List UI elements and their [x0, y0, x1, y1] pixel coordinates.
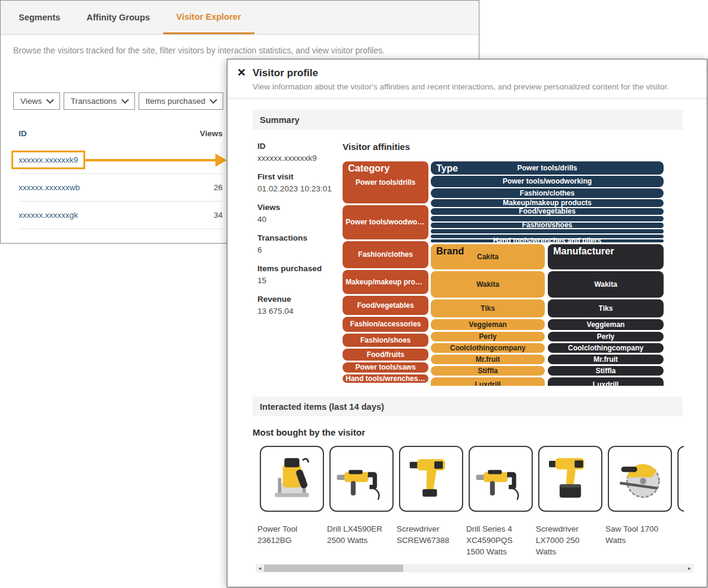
- dialog-header: ✕ Visitor profile View information about…: [227, 59, 707, 99]
- field-label: Items purchased: [257, 264, 343, 273]
- affinity-charts: CategoryPower tools/drillsPower tools/wo…: [343, 161, 664, 386]
- table-row[interactable]: xxxxxx.xxxxxxgk 34: [19, 202, 223, 229]
- close-icon[interactable]: ✕: [237, 67, 246, 78]
- bar-label: Power tools/drills: [517, 164, 577, 172]
- type-bar: Hand tools/wrenches and pliers: [431, 239, 664, 242]
- manufacturer-bar: Coolclothingcompany: [548, 343, 664, 353]
- table-header: ID Views: [19, 127, 223, 146]
- horizontal-scrollbar[interactable]: ◂ ▸: [256, 564, 694, 572]
- bar-label: Fashion/accessories: [350, 320, 421, 328]
- column-header-id: ID: [19, 129, 187, 138]
- manufacturer-bar: Perly: [548, 332, 664, 341]
- product-cards-viewport: [260, 446, 684, 512]
- type-affinity-chart: TypePower tools/drillsPower tools/woodwo…: [431, 161, 664, 242]
- manufacturer-bar: Mr.fruit: [548, 355, 664, 364]
- category-bar: Fashion/shoes: [343, 334, 428, 347]
- product-card[interactable]: [260, 446, 324, 512]
- bar-label: Tiks: [481, 305, 495, 313]
- hammer-drill-image: [335, 451, 388, 507]
- brand-bar: BrandCakita: [431, 244, 545, 269]
- type-bar: Fashion/clothes: [431, 188, 664, 198]
- hammer-drill-image: [474, 451, 527, 507]
- category-bar: Food/fruits: [343, 349, 428, 361]
- scrollbar-track[interactable]: [264, 564, 685, 572]
- brand-bar: Mr.fruit: [431, 355, 545, 364]
- field-label: Transactions: [257, 233, 343, 242]
- bar-label: Fashion/clothes: [358, 251, 413, 259]
- scroll-right-icon[interactable]: ▸: [685, 564, 694, 572]
- field-id: ID xxxxxx.xxxxxxk9: [257, 142, 343, 163]
- bar-label: Luxdrill: [475, 381, 500, 386]
- bar-label: Coolclothingcompany: [450, 344, 526, 352]
- table-row[interactable]: xxxxxx.xxxxxxk9 40: [19, 146, 223, 174]
- bar-label: Perly: [479, 333, 496, 341]
- type-bar: Food/vegetables: [431, 208, 664, 215]
- column-header-views: Views: [187, 129, 223, 138]
- filter-views[interactable]: Views: [13, 92, 60, 110]
- product-card[interactable]: [469, 446, 533, 512]
- scroll-left-icon[interactable]: ◂: [256, 564, 264, 572]
- bar-label: Fashion/shoes: [522, 221, 572, 229]
- bar-label: Makeup/makeup products: [503, 199, 592, 207]
- field-value: 01.02.2023 10:23:01: [257, 184, 343, 193]
- type-bar: Makeup/makeup products: [431, 199, 664, 207]
- views-value: 26: [187, 183, 223, 192]
- visitor-id-link[interactable]: xxxxxx.xxxxxxwb: [19, 183, 187, 192]
- brand-manufacturer-row: BrandCakitaWakitaTiksVeggiemanPerlyCoolc…: [431, 244, 664, 386]
- selected-visitor-id-link[interactable]: xxxxxx.xxxxxxk9: [11, 151, 85, 169]
- chevron-down-icon: [121, 96, 129, 104]
- brand-bar: Tiks: [431, 299, 545, 317]
- bar-label: Fashion/shoes: [360, 337, 410, 344]
- bar-label: Perly: [597, 333, 614, 341]
- filter-transactions[interactable]: Transactions: [64, 92, 135, 110]
- manufacturer-bar: Luxdrill: [548, 377, 664, 386]
- filter-items-purchased[interactable]: Items purchased: [139, 92, 224, 110]
- cordless-screwdriver-image: [404, 451, 458, 507]
- visitor-profile-dialog: ✕ Visitor profile View information about…: [227, 59, 707, 587]
- product-card[interactable]: [608, 446, 672, 512]
- manufacturer-bar: Manufacturer: [548, 244, 664, 269]
- brand-chart-header: Brand: [436, 246, 464, 257]
- bar-label: Wakita: [476, 281, 499, 289]
- manufacturer-affinity-chart: ManufacturerWakitaTiksVeggiemanPerlyCool…: [548, 244, 664, 386]
- type-bar: Power tools/woodworking: [431, 176, 664, 187]
- table-row[interactable]: xxxxxx.xxxxxxwb 26: [19, 174, 223, 202]
- bar-label: Wakita: [594, 281, 617, 289]
- tab-segments[interactable]: Segments: [5, 1, 73, 34]
- field-value: 40: [257, 215, 343, 224]
- bar-label: Food/fruits: [367, 351, 404, 359]
- tab-visitor-explorer[interactable]: Visitor Explorer: [163, 1, 254, 34]
- bar-label: Food/vegetables: [519, 208, 576, 215]
- brand-bar: Perly: [431, 332, 545, 341]
- category-bar: CategoryPower tools/drills: [343, 161, 428, 203]
- most-bought-title: Most bought by the visitor: [253, 427, 683, 437]
- type-bar: [431, 229, 664, 233]
- brand-bar: Coolclothingcompany: [431, 343, 545, 353]
- type-bar: TypePower tools/drills: [431, 161, 664, 175]
- dialog-body: Summary ID xxxxxx.xxxxxxk9 First visit 0…: [227, 110, 707, 572]
- scrollbar-thumb[interactable]: [264, 565, 403, 572]
- manufacturer-bar: Veggieman: [548, 319, 664, 330]
- visitor-id-link[interactable]: xxxxxx.xxxxxxgk: [19, 211, 187, 220]
- product-card-partial[interactable]: [677, 446, 684, 512]
- filter-transactions-label: Transactions: [71, 97, 117, 106]
- summary-fields: ID xxxxxx.xxxxxxk9 First visit 01.02.202…: [253, 142, 343, 386]
- summary-section: ID xxxxxx.xxxxxxk9 First visit 01.02.202…: [253, 142, 683, 386]
- product-card[interactable]: [329, 446, 394, 512]
- bar-label: Makeup/makeup products: [346, 278, 425, 286]
- manufacturer-chart-header: Manufacturer: [553, 246, 614, 257]
- category-bar: Power tools/saws: [343, 362, 428, 373]
- product-card[interactable]: [399, 446, 463, 512]
- bar-label: Power tools/drills: [355, 179, 415, 187]
- bar-label: Power tools/saws: [355, 364, 416, 371]
- field-first-visit: First visit 01.02.2023 10:23:01: [257, 172, 343, 193]
- bar-label: Power tools/woodworking: [346, 218, 425, 226]
- visitor-affinities-section: Visitor affinities CategoryPower tools/d…: [343, 142, 683, 386]
- type-chart-header: Type: [436, 163, 458, 174]
- brand-bar: Luxdrill: [431, 377, 545, 386]
- product-card[interactable]: [538, 446, 602, 512]
- selection-arrow-line: [83, 159, 215, 161]
- tab-affinity-groups[interactable]: Affinity Groups: [73, 1, 163, 34]
- field-value: 13 675.04: [257, 307, 343, 316]
- category-bar: Food/vegetables: [343, 296, 428, 315]
